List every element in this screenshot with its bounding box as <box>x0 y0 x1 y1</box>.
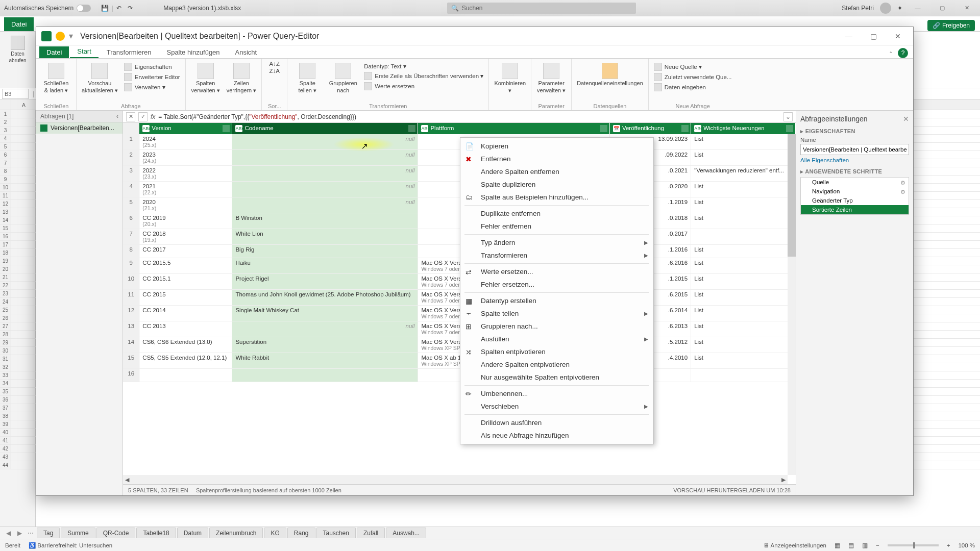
cell-version[interactable]: 2021(22.x) <box>139 182 232 197</box>
cell-codename[interactable]: null <box>232 150 418 166</box>
table-row[interactable]: 6CC 2019(20.x)B Winston.0.2018List <box>123 213 796 229</box>
zoom-in-button[interactable]: + <box>947 542 950 548</box>
sheet-tab[interactable]: Zeilenumbruch <box>209 528 263 538</box>
ctx-as-new-query[interactable]: Als neue Abfrage hinzufügen <box>460 429 653 442</box>
cell-news[interactable] <box>691 369 796 382</box>
cell-version[interactable]: CC 2018(19.x) <box>139 229 232 245</box>
firstrow-headers-button[interactable]: Erste Zeile als Überschriften verwenden … <box>364 72 483 80</box>
pq-tab-transform[interactable]: Transformieren <box>100 46 159 58</box>
close-button[interactable]: ✕ <box>958 2 976 14</box>
sort-asc-button[interactable]: A↓Z <box>270 61 280 67</box>
cell-codename[interactable]: Thomas und John Knoll gewidmet (25. Adob… <box>232 290 418 306</box>
zoom-out-button[interactable]: − <box>876 542 879 548</box>
pq-table[interactable]: ABCVersion ABCCodename ABCPlattform 📅Ver… <box>123 123 796 484</box>
search-box[interactable]: 🔍 Suchen <box>447 3 636 14</box>
ctx-rename[interactable]: ✏Umbenennen... <box>460 387 653 400</box>
sheet-tab[interactable]: Tag <box>37 528 60 538</box>
table-row[interactable]: 42021(22.x)null.0.2020List <box>123 182 796 197</box>
ctx-split-column[interactable]: ⫟Spalte teilen▶ <box>460 307 653 320</box>
pq-help-icon[interactable]: ? <box>898 48 908 58</box>
groupby-button[interactable]: Gruppierennach <box>328 61 358 93</box>
table-row[interactable]: 11CC 2015Thomas und John Knoll gewidmet … <box>123 290 796 306</box>
reduce-rows-button[interactable]: Zeilenverringern ▾ <box>227 61 257 94</box>
advanced-editor-button[interactable]: Erweiterter Editor <box>124 73 180 81</box>
ctx-create-datatype[interactable]: ▦Datentyp erstellen <box>460 294 653 307</box>
get-data-button[interactable]: Daten abrufen <box>5 36 31 66</box>
table-row[interactable]: 12CC 2014Single Malt Whiskey CatMac OS X… <box>123 306 796 321</box>
ctx-drilldown[interactable]: Drilldown ausführen <box>460 416 653 429</box>
cell-news[interactable]: List <box>691 182 796 197</box>
cell-news[interactable]: List <box>691 197 796 213</box>
cell-codename[interactable] <box>232 369 418 382</box>
enter-data-button[interactable]: Daten eingeben <box>654 83 732 91</box>
avatar[interactable] <box>880 3 891 14</box>
col-release[interactable]: 📅Veröffentlichung <box>609 123 691 134</box>
filter-dropdown-icon[interactable] <box>223 125 230 132</box>
cell-codename[interactable]: null <box>232 197 418 213</box>
sort-desc-button[interactable]: Z↓A <box>270 68 280 74</box>
cell-codename[interactable]: Superstition <box>232 337 418 353</box>
step-quelle[interactable]: Quelle⚙ <box>801 178 909 187</box>
cell-codename[interactable]: Single Malt Whiskey Cat <box>232 306 418 321</box>
cell-version[interactable]: CS6, CS6 Extended (13.0) <box>139 337 232 353</box>
scroll-right-icon[interactable]: ▶ <box>781 477 786 483</box>
col-codename[interactable]: ABCCodename <box>232 123 418 134</box>
close-load-button[interactable]: Schließen & laden ▾ <box>41 61 71 94</box>
accept-formula-button[interactable]: ✓ <box>138 112 148 121</box>
cell-version[interactable]: CC 2013 <box>139 321 232 337</box>
table-row[interactable]: 14CS6, CS6 Extended (13.0)SuperstitionMa… <box>123 337 796 353</box>
table-row[interactable]: 13CC 2013nullMac OS X Version ...Windows… <box>123 321 796 337</box>
step-navigation[interactable]: Navigation⚙ <box>801 187 909 196</box>
redo-icon[interactable]: ↷ <box>128 5 133 12</box>
gear-icon[interactable]: ⚙ <box>900 189 905 195</box>
minimize-button[interactable]: — <box>909 2 927 14</box>
cell-codename[interactable]: Project Rigel <box>232 274 418 290</box>
refresh-preview-button[interactable]: Vorschau aktualisieren ▾ <box>82 61 118 94</box>
cell-news[interactable]: List <box>691 290 796 306</box>
cell-version[interactable]: CS5, CS5 Extended (12.0, 12.1) <box>139 353 232 369</box>
cell-version[interactable]: 2024(25.x) <box>139 134 232 150</box>
gear-icon[interactable]: ⚙ <box>900 180 905 186</box>
ctx-replace-errors[interactable]: Fehler ersetzen... <box>460 278 653 291</box>
tab-file[interactable]: Datei <box>4 17 34 31</box>
cell-codename[interactable]: White Rabbit <box>232 353 418 369</box>
sheet-tab[interactable]: KG <box>264 528 286 538</box>
sheet-tab[interactable]: Rang <box>287 528 315 538</box>
pq-tab-view[interactable]: Ansicht <box>228 46 264 58</box>
ctx-replace-values[interactable]: ⇄Werte ersetzen... <box>460 265 653 278</box>
cell-codename[interactable]: null <box>232 166 418 182</box>
table-row[interactable]: 7CC 2018(19.x)White Lion.0.2017 <box>123 229 796 245</box>
cell-version[interactable]: 2022(23.x) <box>139 166 232 182</box>
query-name-input[interactable] <box>800 144 909 155</box>
col-news[interactable]: ABCWichtigste Neuerungen <box>691 123 796 134</box>
ctx-fill[interactable]: Ausfüllen▶ <box>460 333 653 345</box>
query-item[interactable]: Versionen[Bearbeiten... <box>36 122 122 134</box>
cell-news[interactable] <box>691 229 796 245</box>
sheet-tab[interactable]: Tabelle18 <box>136 528 176 538</box>
pq-close-button[interactable]: ✕ <box>888 29 908 44</box>
all-properties-link[interactable]: Alle Eigenschaften <box>800 157 909 163</box>
ctx-groupby[interactable]: ⊞Gruppieren nach... <box>460 320 653 333</box>
sheet-tab[interactable]: QR-Code <box>96 528 136 538</box>
cell-news[interactable]: List <box>691 258 796 274</box>
ctx-transform[interactable]: Transformieren▶ <box>460 249 653 262</box>
pq-tab-file[interactable]: Datei <box>39 46 69 58</box>
pq-collapse-icon[interactable]: ˄ <box>889 51 893 58</box>
cell-version[interactable] <box>139 369 232 382</box>
cell-codename[interactable]: null <box>232 182 418 197</box>
properties-button[interactable]: Eigenschaften <box>124 63 180 71</box>
scroll-left-icon[interactable]: ◀ <box>125 477 129 483</box>
cell-codename[interactable]: B Winston <box>232 213 418 229</box>
table-row[interactable]: 9CC 2015.5HaikuMac OS X Version ...Windo… <box>123 258 796 274</box>
sheet-tab[interactable]: Summe <box>61 528 95 538</box>
autosave-toggle[interactable]: Automatisches Speichern <box>4 5 91 12</box>
sheet-tab[interactable]: Tauschen <box>316 528 356 538</box>
cell-news[interactable]: List <box>691 353 796 369</box>
view-normal-icon[interactable]: ▦ <box>835 542 840 549</box>
expand-formula-button[interactable]: ⌄ <box>783 112 793 121</box>
ctx-unpivot-selected[interactable]: Nur ausgewählte Spalten entpivotieren <box>460 371 653 384</box>
cell-news[interactable]: List <box>691 134 796 150</box>
col-version[interactable]: ABCVersion <box>139 123 232 134</box>
cell-version[interactable]: CC 2015 <box>139 290 232 306</box>
tips-icon[interactable]: ✦ <box>897 5 902 12</box>
